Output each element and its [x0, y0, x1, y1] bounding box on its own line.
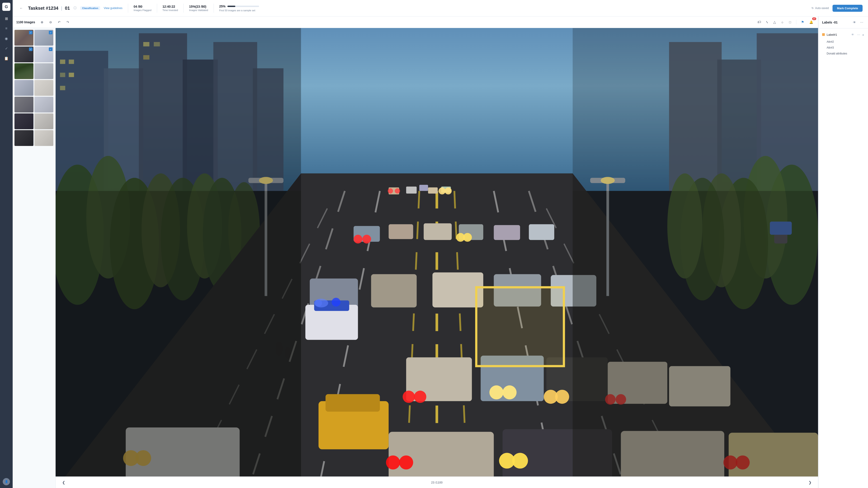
- topbar-right: ↻ Auto-saved Mark Complete: [811, 5, 863, 12]
- thumbnail-6[interactable]: [34, 63, 53, 79]
- nav-grid-icon[interactable]: ⊞: [2, 14, 10, 23]
- label-1-actions: 👁 ⋯ ▲: [850, 32, 864, 37]
- pen-tool-button[interactable]: /: [762, 18, 772, 27]
- flag-tool-button[interactable]: ⚑: [799, 19, 806, 26]
- thumb-row-3: [14, 63, 54, 79]
- tag-tool-button[interactable]: 🏷: [756, 19, 763, 26]
- zoom-in-button[interactable]: ⊕: [39, 19, 45, 26]
- label-1-more-button[interactable]: ⋯: [856, 32, 861, 37]
- main-content: ← Taskset #1234 | 01 ⓘ Classification Vi…: [13, 0, 868, 488]
- svg-point-81: [555, 390, 569, 404]
- svg-rect-42: [406, 187, 417, 194]
- svg-point-58: [362, 235, 371, 243]
- labels-panel-title: Labels -01: [822, 21, 837, 24]
- nav-layers-icon[interactable]: ≡: [2, 24, 10, 33]
- thumbnail-2[interactable]: ✓: [34, 30, 53, 46]
- thumbnail-12[interactable]: [34, 113, 53, 129]
- stat-images-flagged: 04 /80 Images Flagged: [133, 5, 151, 11]
- nav-document-icon[interactable]: 📋: [2, 54, 10, 62]
- thumbnail-10[interactable]: [34, 97, 53, 112]
- attr-item-3[interactable]: Attr#3: [818, 45, 868, 51]
- label-color-1: [822, 33, 825, 36]
- svg-point-47: [388, 188, 393, 193]
- label-name-1: Label#1: [827, 33, 848, 36]
- auto-saved-icon: ↻: [811, 6, 814, 10]
- svg-point-57: [353, 235, 362, 243]
- city-scene-image: [56, 28, 818, 477]
- svg-point-50: [445, 188, 452, 195]
- label-1-eye-button[interactable]: 👁: [850, 32, 855, 37]
- svg-point-82: [403, 391, 415, 403]
- thumb-row-6: [14, 113, 54, 129]
- stats-divider-3: [183, 4, 184, 13]
- thumb-check-4: ✓: [49, 47, 53, 51]
- nav-checklist-icon[interactable]: ✓: [2, 44, 10, 53]
- auto-saved-indicator: ↻ Auto-saved: [811, 6, 829, 10]
- main-image-viewer[interactable]: ❮ 23 /1100 ❯: [56, 28, 818, 488]
- svg-point-94: [399, 455, 413, 469]
- thumbnail-1[interactable]: ✓: [14, 30, 33, 46]
- progress-value: 25%: [219, 4, 225, 8]
- time-invested-label: Time Invested: [162, 9, 178, 11]
- image-count-label: 1100 Images: [16, 20, 35, 24]
- thumb-check-3: ✓: [29, 47, 33, 51]
- prev-image-button[interactable]: ❮: [60, 479, 67, 486]
- attr-item-donald[interactable]: Donald attributes: [818, 51, 868, 57]
- thumbnail-8[interactable]: [34, 80, 53, 96]
- svg-rect-87: [389, 432, 494, 477]
- view-guidelines-link[interactable]: View guidelines: [104, 6, 123, 10]
- nav-sidebar: G ⊞ ≡ ◉ ✓ 📋 👤: [0, 0, 13, 488]
- labels-panel: Labels -01 👁 ⋯ Label#1 👁 ⋯ ▲: [818, 17, 868, 488]
- images-validated-value: 15%(23 /80): [189, 5, 208, 8]
- svg-point-78: [489, 385, 503, 399]
- mark-complete-button[interactable]: Mark Complete: [833, 5, 863, 12]
- polygon-tool-button[interactable]: △: [771, 19, 778, 26]
- images-flagged-value: 04 /80: [133, 5, 151, 8]
- images-flagged-label: Images Flagged: [133, 9, 151, 11]
- thumbnail-14[interactable]: [34, 130, 53, 146]
- label-1-expand-button[interactable]: ▲: [862, 32, 864, 37]
- next-image-button[interactable]: ❯: [807, 479, 813, 486]
- redo-button[interactable]: ↷: [64, 19, 71, 26]
- attr-item-2[interactable]: Attr#2: [818, 39, 868, 45]
- image-panel: 1100 Images ⊕ ⊖ ↶ ↷ 🏷 / △ ○ □ ⚑ 🔔 47: [13, 17, 818, 488]
- thumbnail-5[interactable]: [14, 63, 33, 79]
- undo-button[interactable]: ↶: [56, 19, 63, 26]
- label-item-1[interactable]: Label#1 👁 ⋯ ▲: [818, 30, 868, 39]
- thumb-row-2: ✓ ✓: [14, 46, 54, 62]
- annotation-toolbar: 1100 Images ⊕ ⊖ ↶ ↷ 🏷 / △ ○ □ ⚑ 🔔 47: [13, 17, 818, 28]
- thumbnail-strip[interactable]: ✓ ✓ ✓ ✓: [13, 28, 56, 488]
- thumbnail-7[interactable]: [14, 80, 33, 96]
- topbar: ← Taskset #1234 | 01 ⓘ Classification Vi…: [13, 0, 868, 17]
- svg-point-93: [386, 455, 400, 469]
- labels-eye-button[interactable]: 👁: [852, 20, 857, 25]
- svg-rect-62: [371, 274, 417, 307]
- info-icon[interactable]: ⓘ: [73, 6, 76, 10]
- labels-more-button[interactable]: ⋯: [859, 20, 864, 25]
- labels-actions: 👁 ⋯: [852, 20, 864, 25]
- zoom-out-button[interactable]: ⊖: [47, 19, 54, 26]
- svg-rect-111: [476, 287, 564, 366]
- thumbnail-4[interactable]: ✓: [34, 46, 53, 62]
- svg-point-60: [463, 233, 472, 242]
- nav-globe-icon[interactable]: ◉: [2, 34, 10, 42]
- rect-tool-button[interactable]: □: [786, 19, 794, 26]
- svg-point-69: [332, 298, 340, 306]
- images-validated-label: Images Validated: [189, 9, 208, 11]
- thumbnail-13[interactable]: [14, 130, 33, 146]
- back-button[interactable]: ←: [18, 5, 24, 11]
- content-area: 1100 Images ⊕ ⊖ ↶ ↷ 🏷 / △ ○ □ ⚑ 🔔 47: [13, 17, 868, 488]
- user-avatar[interactable]: 👤: [3, 478, 10, 485]
- labels-header: Labels -01 👁 ⋯: [818, 17, 868, 29]
- circle-tool-button[interactable]: ○: [779, 19, 786, 26]
- title-separator: |: [61, 6, 62, 11]
- thumb-row-5: [14, 97, 54, 112]
- svg-rect-72: [326, 394, 380, 412]
- thumbnail-3[interactable]: ✓: [14, 46, 33, 62]
- thumbnail-9[interactable]: [14, 97, 33, 112]
- thumbnail-11[interactable]: [14, 113, 33, 129]
- svg-point-48: [395, 188, 400, 193]
- svg-point-49: [438, 188, 445, 195]
- stats-divider-4: [214, 4, 214, 13]
- main-image-container: [56, 28, 818, 477]
